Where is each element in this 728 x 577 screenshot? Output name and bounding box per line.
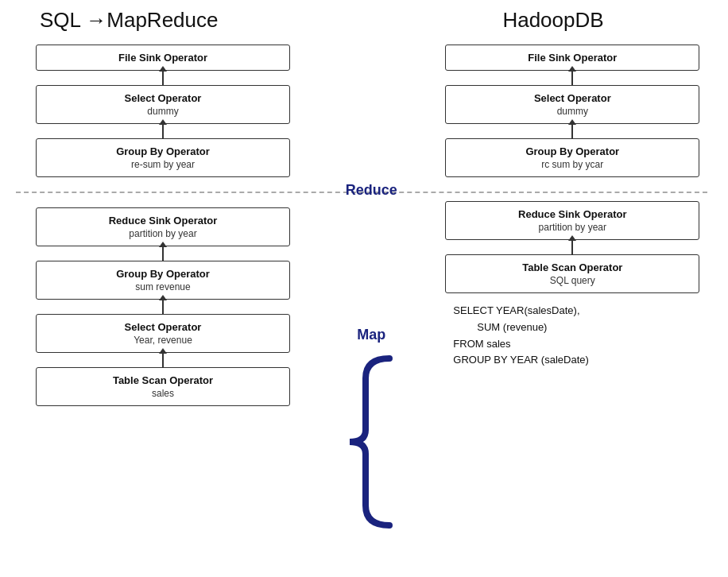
group-by-left-bottom-sub: sum revenue <box>46 281 280 292</box>
title-left: SQL →MapReduce <box>40 8 342 33</box>
group-by-left-top-sub: re-sum by year <box>46 159 280 170</box>
arrow-3 <box>162 246 164 261</box>
sql-line-1: SELECT YEAR(salesDate), <box>453 303 699 319</box>
select-op-left-top-box: Select Operator dummy <box>36 85 290 124</box>
right-column: File Sink Operator Select Operator dummy… <box>433 41 712 565</box>
arrow-r3 <box>571 240 573 254</box>
table-scan-left-title: Table Scan Operator <box>46 374 280 386</box>
table-scan-left-box: Table Scan Operator sales <box>36 367 290 406</box>
group-by-left-top-title: Group By Operator <box>46 145 280 157</box>
reduce-sink-left-sub: partition by year <box>46 228 280 239</box>
select-op-left-top-title: Select Operator <box>46 92 280 104</box>
group-by-left-bottom-box: Group By Operator sum revenue <box>36 261 290 300</box>
sql-text-block: SELECT YEAR(salesDate), SUM (revenue) FR… <box>445 303 699 369</box>
table-scan-right-box: Table Scan Operator SQL query <box>445 254 699 293</box>
arrow-2 <box>162 124 164 138</box>
arrow-5 <box>162 353 164 367</box>
reduce-sink-right-sub: partition by year <box>455 222 689 233</box>
file-sink-right-title: File Sink Operator <box>455 52 689 64</box>
select-op-left-bottom-sub: Year, revenue <box>46 335 280 346</box>
arrow-r2 <box>571 124 573 138</box>
group-by-right-top-title: Group By Operator <box>455 145 689 157</box>
group-by-left-bottom-title: Group By Operator <box>46 268 280 280</box>
arrow-r1 <box>571 71 573 85</box>
reduce-sink-left-title: Reduce Sink Operator <box>46 215 280 227</box>
group-by-right-top-sub: rc sum by ycar <box>455 159 689 170</box>
reduce-sink-right-title: Reduce Sink Operator <box>455 208 689 220</box>
curly-brace-icon <box>334 354 397 532</box>
select-op-right-top-title: Select Operator <box>455 92 689 104</box>
select-op-left-bottom-title: Select Operator <box>46 321 280 333</box>
title-right: HadoopDB <box>418 8 688 33</box>
headers: SQL →MapReduce HadoopDB <box>16 8 712 33</box>
reduce-sink-left-box: Reduce Sink Operator partition by year <box>36 207 290 246</box>
arrow-4 <box>162 300 164 314</box>
select-op-right-top-box: Select Operator dummy <box>445 85 699 124</box>
table-scan-left-sub: sales <box>46 388 280 399</box>
reduce-label: Reduce <box>346 182 397 199</box>
select-op-left-bottom-box: Select Operator Year, revenue <box>36 314 290 353</box>
right-divider-spacer <box>433 177 712 201</box>
middle-column: Reduce Map <box>310 41 433 565</box>
sql-line-3: FROM sales <box>453 336 699 353</box>
group-by-right-top-box: Group By Operator rc sum by ycar <box>445 138 699 177</box>
sql-line-2: SUM (revenue) <box>453 319 699 336</box>
left-column: File Sink Operator Select Operator dummy… <box>16 41 310 565</box>
main-container: SQL →MapReduce HadoopDB File Sink Operat… <box>0 0 728 577</box>
table-scan-right-title: Table Scan Operator <box>455 261 689 273</box>
divider-area <box>16 180 310 204</box>
file-sink-left-title: File Sink Operator <box>46 52 280 64</box>
select-op-right-top-sub: dummy <box>455 106 689 117</box>
reduce-sink-right-box: Reduce Sink Operator partition by year <box>445 201 699 240</box>
sql-line-4: GROUP BY YEAR (saleDate) <box>453 352 699 369</box>
table-scan-right-sub: SQL query <box>455 275 689 286</box>
map-label: Map <box>357 327 385 343</box>
select-op-left-top-sub: dummy <box>46 106 280 117</box>
arrow-1 <box>162 71 164 85</box>
group-by-left-top-box: Group By Operator re-sum by year <box>36 138 290 177</box>
